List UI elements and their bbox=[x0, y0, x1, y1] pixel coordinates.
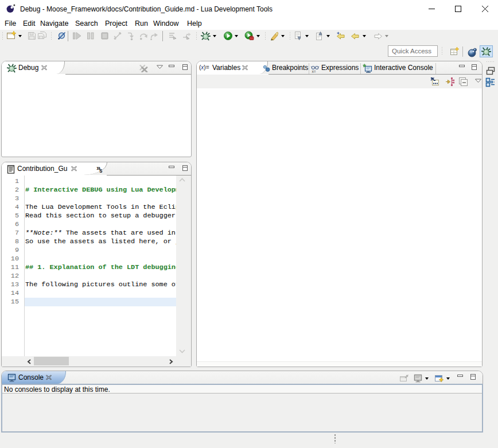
svg-text:x=: x= bbox=[312, 69, 316, 73]
